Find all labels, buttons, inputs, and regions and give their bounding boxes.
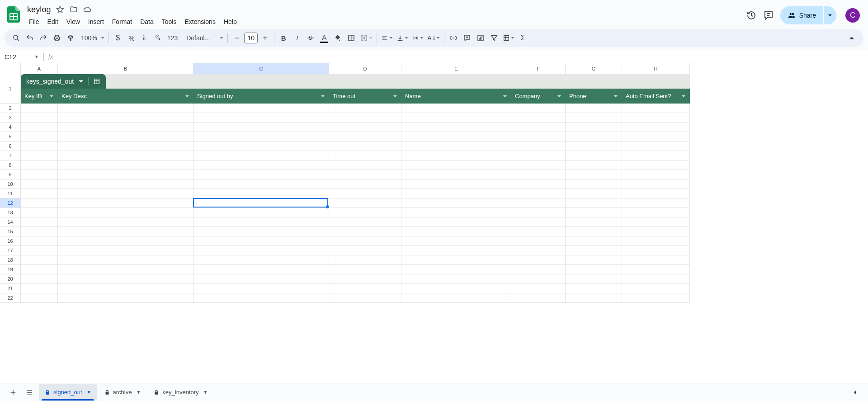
cell[interactable] bbox=[622, 198, 690, 208]
cell[interactable] bbox=[511, 274, 566, 284]
cell[interactable] bbox=[622, 179, 690, 189]
column-header-G[interactable]: G bbox=[566, 63, 622, 74]
search-menus-icon[interactable] bbox=[10, 32, 23, 44]
cell[interactable] bbox=[58, 293, 193, 303]
italic-icon[interactable]: I bbox=[291, 32, 303, 44]
column-header-A[interactable]: A bbox=[21, 63, 58, 74]
insert-link-icon[interactable] bbox=[447, 32, 460, 44]
cell[interactable] bbox=[21, 123, 58, 132]
cell[interactable] bbox=[329, 208, 401, 217]
print-icon[interactable] bbox=[51, 32, 63, 44]
row-header-8[interactable]: 8 bbox=[0, 160, 21, 170]
cell[interactable] bbox=[401, 236, 511, 246]
cell[interactable] bbox=[193, 284, 329, 293]
table-header-time-out[interactable]: Time out bbox=[329, 89, 401, 104]
cell[interactable] bbox=[193, 123, 329, 132]
cell[interactable] bbox=[58, 255, 193, 265]
cell[interactable] bbox=[566, 284, 622, 293]
row-header-22[interactable]: 22 bbox=[0, 293, 21, 303]
cell[interactable] bbox=[329, 255, 401, 265]
cell[interactable] bbox=[58, 246, 193, 255]
cell[interactable] bbox=[511, 284, 566, 293]
cell[interactable] bbox=[193, 132, 329, 142]
cell[interactable] bbox=[566, 132, 622, 142]
menu-view[interactable]: View bbox=[63, 16, 84, 27]
cell[interactable] bbox=[566, 123, 622, 132]
cell[interactable] bbox=[566, 246, 622, 255]
cell[interactable] bbox=[401, 160, 511, 170]
cell[interactable] bbox=[193, 293, 329, 303]
cell[interactable] bbox=[329, 142, 401, 151]
horizontal-align-icon[interactable] bbox=[380, 32, 394, 44]
cell[interactable] bbox=[193, 246, 329, 255]
cell[interactable] bbox=[401, 151, 511, 160]
cell[interactable] bbox=[58, 208, 193, 217]
cell[interactable] bbox=[329, 293, 401, 303]
cell[interactable] bbox=[566, 227, 622, 236]
document-title[interactable]: keylog bbox=[27, 5, 51, 14]
sheet-tab-signed_out[interactable]: signed_out▼ bbox=[39, 384, 97, 401]
cell[interactable] bbox=[21, 142, 58, 151]
cell[interactable] bbox=[401, 293, 511, 303]
cell[interactable] bbox=[566, 217, 622, 227]
cell[interactable] bbox=[21, 255, 58, 265]
share-button[interactable]: Share bbox=[780, 6, 823, 24]
row-header-7[interactable]: 7 bbox=[0, 151, 21, 160]
table-header-signed-out-by[interactable]: Signed out by bbox=[193, 89, 329, 104]
decrease-font-icon[interactable]: − bbox=[231, 32, 243, 44]
star-icon[interactable] bbox=[56, 5, 65, 14]
cell[interactable] bbox=[58, 284, 193, 293]
table-header-auto-email-sent-[interactable]: Auto Email Sent? bbox=[622, 89, 690, 104]
cell[interactable] bbox=[622, 123, 690, 132]
cell[interactable] bbox=[566, 113, 622, 123]
cell[interactable] bbox=[511, 160, 566, 170]
text-wrap-icon[interactable] bbox=[410, 32, 425, 44]
number-format-button[interactable]: 123 bbox=[166, 32, 179, 44]
cell[interactable] bbox=[193, 208, 329, 217]
cell[interactable] bbox=[58, 189, 193, 198]
undo-icon[interactable] bbox=[24, 32, 36, 44]
cell[interactable] bbox=[622, 113, 690, 123]
cell[interactable] bbox=[511, 132, 566, 142]
cell[interactable] bbox=[329, 246, 401, 255]
cell[interactable] bbox=[58, 227, 193, 236]
vertical-align-icon[interactable] bbox=[395, 32, 410, 44]
insert-chart-icon[interactable] bbox=[474, 32, 487, 44]
cell[interactable] bbox=[58, 198, 193, 208]
cell[interactable] bbox=[511, 142, 566, 151]
cell[interactable] bbox=[21, 198, 58, 208]
row-header-16[interactable]: 16 bbox=[0, 236, 21, 246]
cell[interactable] bbox=[622, 132, 690, 142]
cell[interactable] bbox=[193, 160, 329, 170]
cell[interactable] bbox=[58, 123, 193, 132]
spreadsheet-grid[interactable]: ABCDEFGH 1234567891011121314151617181920… bbox=[0, 63, 868, 383]
cell[interactable] bbox=[193, 170, 329, 179]
column-header-H[interactable]: H bbox=[622, 63, 690, 74]
cell[interactable] bbox=[193, 151, 329, 160]
cell[interactable] bbox=[401, 198, 511, 208]
cell[interactable] bbox=[329, 160, 401, 170]
filter-icon[interactable] bbox=[488, 32, 500, 44]
cell[interactable] bbox=[622, 284, 690, 293]
cell[interactable] bbox=[566, 208, 622, 217]
row-header-21[interactable]: 21 bbox=[0, 284, 21, 293]
cell[interactable] bbox=[329, 265, 401, 274]
cell[interactable] bbox=[21, 189, 58, 198]
menu-file[interactable]: File bbox=[25, 16, 43, 27]
row-header-15[interactable]: 15 bbox=[0, 227, 21, 236]
menu-edit[interactable]: Edit bbox=[44, 16, 62, 27]
cell[interactable] bbox=[622, 265, 690, 274]
row-header-6[interactable]: 6 bbox=[0, 142, 21, 151]
cell[interactable] bbox=[511, 217, 566, 227]
cell[interactable] bbox=[401, 113, 511, 123]
cell[interactable] bbox=[329, 189, 401, 198]
cell[interactable] bbox=[193, 274, 329, 284]
cell[interactable] bbox=[401, 132, 511, 142]
cell[interactable] bbox=[622, 246, 690, 255]
cell[interactable] bbox=[622, 170, 690, 179]
column-header-E[interactable]: E bbox=[401, 63, 511, 74]
cell[interactable] bbox=[21, 208, 58, 217]
cell[interactable] bbox=[193, 179, 329, 189]
cell[interactable] bbox=[566, 293, 622, 303]
table-header-company[interactable]: Company bbox=[511, 89, 566, 104]
